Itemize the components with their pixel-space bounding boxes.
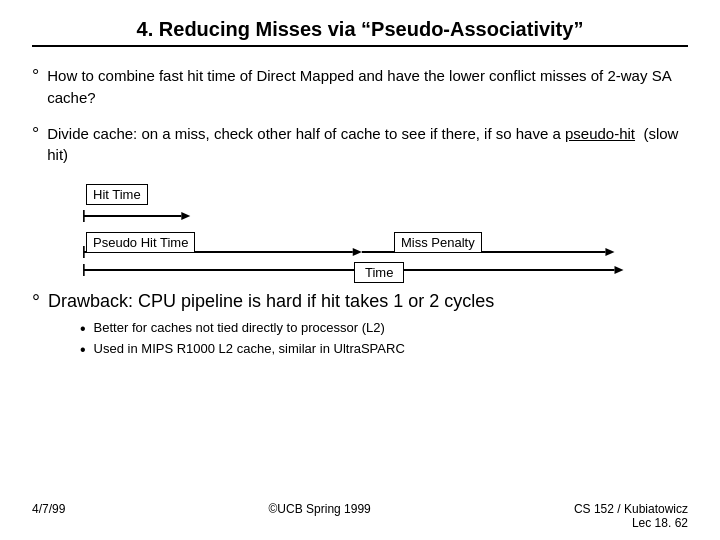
footer-right: CS 152 / Kubiatowicz Lec 18. 62 — [574, 502, 688, 530]
timing-diagram: Hit Time Pseudo Hit Time Miss Penalty Ti… — [64, 180, 656, 280]
sub-bullet-text-1: Better for caches not tied directly to p… — [94, 320, 385, 335]
footer: 4/7/99 ©UCB Spring 1999 CS 152 / Kubiato… — [0, 502, 720, 530]
sub-bullet-2: • Used in MIPS R1000 L2 cache, similar i… — [80, 341, 688, 359]
title-area: 4. Reducing Misses via “Pseudo-Associati… — [32, 18, 688, 47]
footer-left: 4/7/99 — [32, 502, 65, 530]
svg-marker-7 — [605, 248, 614, 256]
drawback-section: ° Drawback: CPU pipeline is hard if hit … — [32, 290, 688, 358]
svg-marker-9 — [614, 266, 623, 274]
footer-right-line2: Lec 18. 62 — [632, 516, 688, 530]
footer-center: ©UCB Spring 1999 — [269, 502, 371, 530]
pseudo-hit-label: Pseudo Hit Time — [93, 235, 188, 250]
time-box: Time — [354, 262, 404, 283]
svg-marker-1 — [181, 212, 190, 220]
bullet-row-2: ° Divide cache: on a miss, check other h… — [32, 123, 688, 167]
miss-penalty-label: Miss Penalty — [401, 235, 475, 250]
pseudo-hit-text: pseudo-hit — [565, 125, 635, 142]
drawback-symbol: ° — [32, 291, 40, 314]
drawback-row: ° Drawback: CPU pipeline is hard if hit … — [32, 290, 688, 314]
miss-penalty-box: Miss Penalty — [394, 232, 482, 253]
sub-bullets: • Better for caches not tied directly to… — [80, 320, 688, 358]
drawback-text: Drawback: CPU pipeline is hard if hit ta… — [48, 290, 494, 313]
footer-right-line1: CS 152 / Kubiatowicz — [574, 502, 688, 516]
bullet-row-1: ° How to combine fast hit time of Direct… — [32, 65, 688, 109]
pseudo-hit-box: Pseudo Hit Time — [86, 232, 195, 253]
bullet-symbol-2: ° — [32, 124, 39, 145]
sub-bullet-dot-1: • — [80, 320, 86, 338]
bullet2-text-part1: Divide cache: on a miss, check other hal… — [47, 125, 565, 142]
page-title: 4. Reducing Misses via “Pseudo-Associati… — [32, 18, 688, 41]
bullet-symbol-1: ° — [32, 66, 39, 87]
sub-bullet-text-2: Used in MIPS R1000 L2 cache, similar in … — [94, 341, 405, 356]
sub-bullet-dot-2: • — [80, 341, 86, 359]
bullet-section-1: ° How to combine fast hit time of Direct… — [32, 65, 688, 109]
svg-marker-4 — [353, 248, 362, 256]
hit-time-box: Hit Time — [86, 184, 148, 205]
sub-bullet-1: • Better for caches not tied directly to… — [80, 320, 688, 338]
time-label: Time — [365, 265, 393, 280]
bullet-text-2: Divide cache: on a miss, check other hal… — [47, 123, 688, 167]
bullet-text-1: How to combine fast hit time of Direct M… — [47, 65, 688, 109]
hit-time-label: Hit Time — [93, 187, 141, 202]
bullet-section-2: ° Divide cache: on a miss, check other h… — [32, 123, 688, 167]
